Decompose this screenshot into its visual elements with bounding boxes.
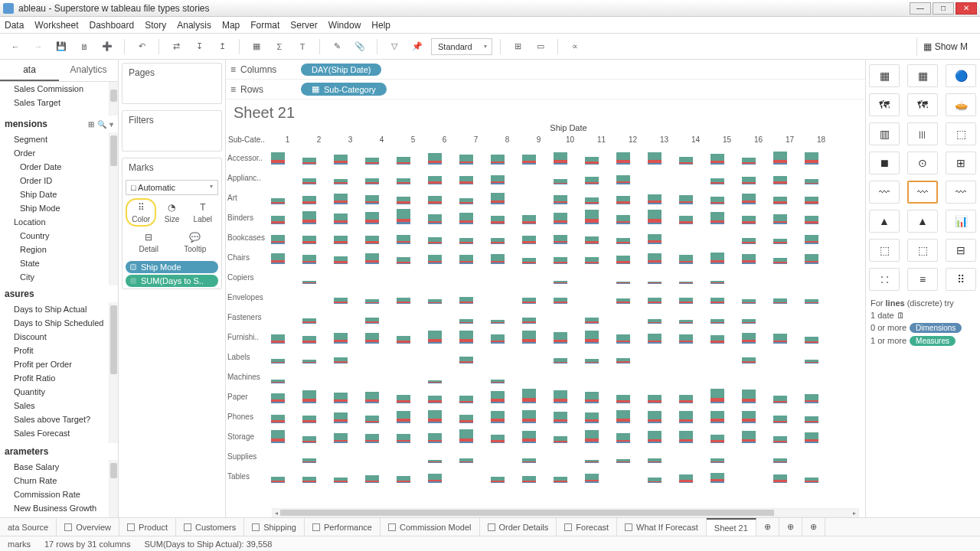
filters-shelf[interactable]: Filters xyxy=(122,111,221,129)
viz-cell[interactable] xyxy=(804,269,835,285)
viz-cell[interactable] xyxy=(710,448,741,465)
showme-option[interactable]: ⊞ xyxy=(946,152,976,174)
viz-cell[interactable] xyxy=(647,368,678,385)
viz-cell[interactable] xyxy=(270,209,302,226)
new-data-button[interactable]: 🗎 xyxy=(75,37,93,56)
showme-option[interactable]: ⊙ xyxy=(907,152,938,174)
viz-cell[interactable] xyxy=(710,368,741,385)
viz-cell[interactable] xyxy=(553,169,584,186)
viz-cell[interactable] xyxy=(364,368,396,385)
showme-option[interactable]: ⬚ xyxy=(907,239,938,262)
viz-cell[interactable] xyxy=(584,269,616,285)
viz-cell[interactable] xyxy=(710,348,741,365)
viz-cell[interactable] xyxy=(333,249,364,266)
viz-cell[interactable] xyxy=(804,388,835,405)
viz-cell[interactable] xyxy=(647,269,678,285)
viz-cell[interactable] xyxy=(584,289,616,305)
viz-cell[interactable] xyxy=(396,249,427,266)
viz-cell[interactable] xyxy=(678,249,710,266)
measure-item[interactable]: Quantity xyxy=(0,385,118,399)
share-button[interactable]: ∝ xyxy=(566,37,584,56)
dimension-item[interactable]: Ship Date xyxy=(0,187,118,201)
viz-cell[interactable] xyxy=(364,468,396,484)
viz-cell[interactable] xyxy=(773,428,804,445)
viz-cell[interactable] xyxy=(459,308,490,325)
viz-cell[interactable] xyxy=(521,189,553,206)
viz-cell[interactable] xyxy=(553,328,584,345)
viz-cell[interactable] xyxy=(804,189,835,206)
viz-cell[interactable] xyxy=(270,149,302,166)
viz-cell[interactable] xyxy=(710,249,741,266)
viz-cell[interactable] xyxy=(741,189,773,206)
viz-cell[interactable] xyxy=(521,448,553,465)
viz-cell[interactable] xyxy=(584,408,616,425)
viz-cell[interactable] xyxy=(741,209,773,226)
viz-cell[interactable] xyxy=(773,229,804,246)
marks-color[interactable]: ⠿Color xyxy=(126,198,156,227)
viz-cell[interactable] xyxy=(490,388,521,405)
viz-cell[interactable] xyxy=(270,348,302,365)
measure-item[interactable]: Profit Ratio xyxy=(0,371,118,385)
showme-option[interactable]: ⫼ xyxy=(907,122,938,145)
viz-cell[interactable] xyxy=(364,448,396,465)
viz-cell[interactable] xyxy=(647,348,678,365)
dimension-item[interactable]: City xyxy=(0,270,118,284)
viz-cell[interactable] xyxy=(710,269,741,285)
viz-cell[interactable] xyxy=(804,249,835,266)
viz-cell[interactable] xyxy=(616,269,647,285)
viz-cell[interactable] xyxy=(647,428,678,445)
viz-cell[interactable] xyxy=(616,289,647,305)
viz-cell[interactable] xyxy=(584,249,616,266)
viz-cell[interactable] xyxy=(553,289,584,305)
search-icon[interactable]: 🔍 xyxy=(97,120,106,129)
scroll-right-arrow[interactable]: ▸ xyxy=(850,509,859,517)
viz-cell[interactable] xyxy=(302,408,333,425)
viz-cell[interactable] xyxy=(616,189,647,206)
viz-cell[interactable] xyxy=(459,328,490,345)
dimension-item[interactable]: Segment xyxy=(0,132,118,146)
viz-cell[interactable] xyxy=(804,289,835,305)
viz-cell[interactable] xyxy=(364,408,396,425)
viz-cell[interactable] xyxy=(490,289,521,305)
viz-cell[interactable] xyxy=(427,448,459,465)
viz-cell[interactable] xyxy=(521,468,553,484)
sheet-tab[interactable]: Order Details xyxy=(480,518,557,536)
viz-cell[interactable] xyxy=(270,169,302,186)
back-button[interactable]: ← xyxy=(6,37,24,56)
viz-cell[interactable] xyxy=(270,269,302,285)
viz-cell[interactable] xyxy=(333,428,364,445)
viz-cell[interactable] xyxy=(773,348,804,365)
viz-cell[interactable] xyxy=(804,468,835,484)
viz-cell[interactable] xyxy=(741,328,773,345)
viz-cell[interactable] xyxy=(302,468,333,484)
viz-cell[interactable] xyxy=(396,189,427,206)
showme-option[interactable]: 〰 xyxy=(907,181,938,204)
viz-cell[interactable] xyxy=(364,428,396,445)
pill-ship-mode[interactable]: Ship Mode xyxy=(126,261,218,273)
showme-option[interactable]: ⠿ xyxy=(946,268,976,291)
viz-cell[interactable] xyxy=(302,209,333,226)
viz-cell[interactable] xyxy=(490,308,521,325)
viz-cell[interactable] xyxy=(710,328,741,345)
menu-help[interactable]: Help xyxy=(371,20,390,31)
sheet-tab[interactable]: Performance xyxy=(305,518,381,536)
menu-format[interactable]: Format xyxy=(250,20,279,31)
viz-cell[interactable] xyxy=(521,209,553,226)
pages-shelf[interactable]: Pages xyxy=(122,64,221,82)
parameters-scrollbar[interactable] xyxy=(109,460,118,517)
parameter-item[interactable]: Churn Rate xyxy=(0,474,118,487)
viz-cell[interactable] xyxy=(616,169,647,186)
showme-option[interactable]: ≡ xyxy=(907,268,938,291)
showme-option[interactable]: ⬚ xyxy=(946,122,976,145)
viz-cell[interactable] xyxy=(302,169,333,186)
datasource-scrollbar[interactable] xyxy=(109,82,118,116)
viz-cell[interactable] xyxy=(710,149,741,166)
showme-option[interactable]: ▦ xyxy=(907,64,938,87)
viz-cell[interactable] xyxy=(364,149,396,166)
viz-cell[interactable] xyxy=(647,448,678,465)
viz-cell[interactable] xyxy=(553,229,584,246)
viz-cell[interactable] xyxy=(553,209,584,226)
viz-cell[interactable] xyxy=(302,269,333,285)
sheet-title[interactable]: Sheet 21 xyxy=(226,99,865,123)
viz-cell[interactable] xyxy=(616,348,647,365)
